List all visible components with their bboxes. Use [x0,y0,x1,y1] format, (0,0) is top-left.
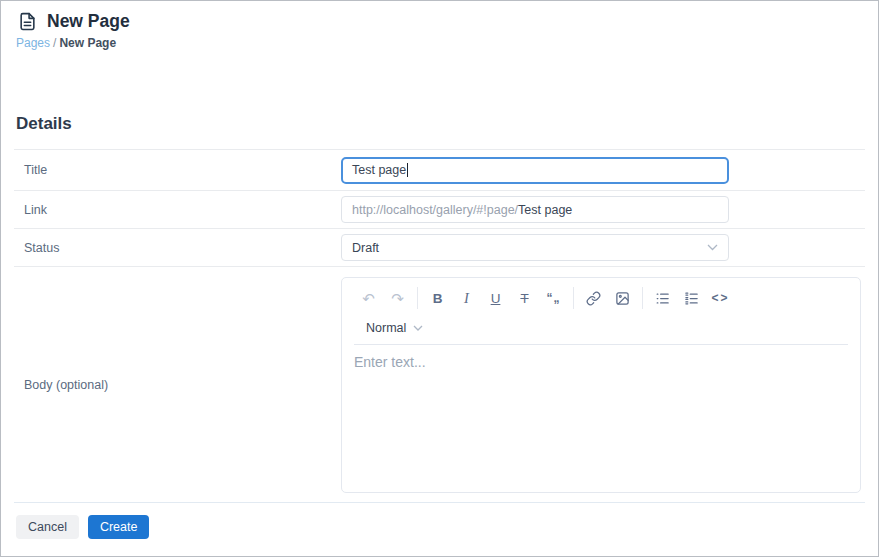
link-icon [586,291,601,306]
image-button[interactable] [608,286,637,310]
strikethrough-button[interactable]: T [510,286,539,310]
toolbar-divider [417,287,418,309]
format-dropdown[interactable]: Normal [342,314,860,344]
status-select[interactable]: Draft [341,234,729,261]
status-label: Status [14,241,341,255]
link-label: Link [14,203,341,217]
ordered-list-icon [684,291,699,306]
file-text-icon [18,11,37,32]
blockquote-button[interactable]: “„ [539,286,568,310]
editor-body-area[interactable]: Enter text... [342,345,860,485]
page-header: New Page Pages/New Page [1,1,878,50]
text-cursor [407,163,408,177]
code-button[interactable]: <> [706,286,735,310]
chevron-down-icon [707,244,718,251]
new-page-screen: New Page Pages/New Page Details Title Te… [0,0,879,557]
underline-button[interactable]: U [481,286,510,310]
create-button[interactable]: Create [88,515,150,539]
image-icon [615,291,630,306]
redo-button[interactable]: ↷ [383,286,412,310]
ordered-list-button[interactable] [677,286,706,310]
form-actions: Cancel Create [16,515,878,539]
breadcrumb-link-pages[interactable]: Pages [16,36,50,50]
body-row: Body (optional) ↶ ↷ B I U T “„ [14,266,865,503]
editor-toolbar: ↶ ↷ B I U T “„ [342,278,860,314]
link-input[interactable]: http://localhost/gallery/#!page/Test pag… [341,196,729,223]
breadcrumb: Pages/New Page [16,36,862,50]
breadcrumb-separator: / [53,36,56,50]
italic-button[interactable]: I [452,286,481,310]
toolbar-divider [642,287,643,309]
undo-button[interactable]: ↶ [354,286,383,310]
link-button[interactable] [579,286,608,310]
toolbar-divider [573,287,574,309]
chevron-down-icon [413,325,423,331]
format-dropdown-value: Normal [366,321,406,335]
title-input-value: Test page [352,163,406,177]
page-title: New Page [47,11,130,32]
body-label: Body (optional) [14,378,341,392]
unordered-list-button[interactable] [648,286,677,310]
link-row: Link http://localhost/gallery/#!page/Tes… [14,190,865,228]
title-input[interactable]: Test page [341,157,729,184]
status-select-value: Draft [352,241,379,255]
link-value: Test page [518,203,572,217]
details-form: Title Test page Link http://localhost/ga… [14,149,865,503]
unordered-list-icon [655,291,670,306]
editor-placeholder: Enter text... [354,354,426,370]
link-prefix: http://localhost/gallery/#!page/ [352,203,518,217]
title-row: Title Test page [14,149,865,190]
bold-button[interactable]: B [423,286,452,310]
details-heading: Details [1,50,878,149]
rich-text-editor: ↶ ↷ B I U T “„ [341,277,861,493]
title-label: Title [14,163,341,177]
breadcrumb-current: New Page [59,36,116,50]
cancel-button[interactable]: Cancel [16,515,79,539]
status-row: Status Draft [14,228,865,266]
